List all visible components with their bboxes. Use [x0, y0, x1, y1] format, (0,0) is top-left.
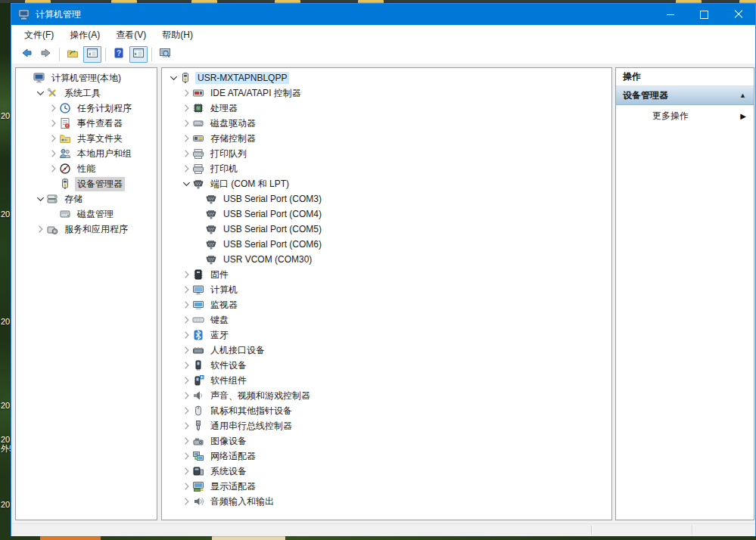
tree-item-label[interactable]: USR VCOM (COM30): [221, 253, 314, 265]
tree-item[interactable]: USB Serial Port (COM5): [162, 222, 611, 237]
chevron-down-icon[interactable]: [168, 72, 179, 84]
forward-button[interactable]: [37, 46, 55, 63]
tree-item-label[interactable]: 磁盘驱动器: [208, 116, 258, 131]
chevron-down-icon[interactable]: [35, 193, 46, 205]
chevron-right-icon[interactable]: [181, 102, 192, 114]
tree-item[interactable]: 服务和应用程序: [16, 222, 157, 237]
tree-item-label[interactable]: 性能: [75, 162, 98, 176]
tree-item-label[interactable]: USR-MXTAPNBLQPP: [195, 72, 289, 84]
tree-item-label[interactable]: 键盘: [208, 313, 231, 327]
tree-item[interactable]: 系统设备: [162, 464, 611, 479]
chevron-right-icon[interactable]: [181, 329, 192, 341]
close-button[interactable]: [721, 4, 755, 25]
chevron-right-icon[interactable]: [181, 389, 192, 402]
chevron-right-icon[interactable]: [181, 314, 192, 326]
chevron-right-icon[interactable]: [181, 405, 192, 417]
chevron-down-icon[interactable]: [181, 178, 192, 190]
chevron-right-icon[interactable]: [48, 163, 59, 175]
tree-item[interactable]: 本地用户和组: [16, 146, 157, 161]
tree-item[interactable]: 存储: [16, 191, 157, 206]
tree-item[interactable]: 显示适配器: [162, 479, 611, 494]
title-bar[interactable]: 计算机管理: [11, 4, 755, 25]
chevron-right-icon[interactable]: [48, 132, 59, 144]
tree-item-label[interactable]: 软件设备: [208, 358, 249, 373]
tree-item[interactable]: 端口 (COM 和 LPT): [162, 176, 611, 191]
tree-item[interactable]: 计算机: [162, 282, 611, 297]
tree-item-label[interactable]: 设备管理器: [75, 177, 125, 191]
tree-item-label[interactable]: 音频输入和输出: [208, 495, 276, 509]
tree-item-label[interactable]: 监视器: [208, 298, 240, 312]
tree-item-label[interactable]: 声音、视频和游戏控制器: [208, 389, 313, 403]
tree-item[interactable]: 图像设备: [162, 433, 611, 448]
console-tree-panel[interactable]: 计算机管理(本地)系统工具任务计划程序事件查看器共享文件夹本地用户和组性能设备管…: [15, 67, 157, 520]
chevron-right-icon[interactable]: [181, 268, 192, 281]
tree-item-label[interactable]: 服务和应用程序: [62, 222, 130, 237]
chevron-right-icon[interactable]: [181, 299, 192, 311]
chevron-right-icon[interactable]: [181, 495, 192, 507]
chevron-right-icon[interactable]: [181, 359, 192, 371]
tree-item-label[interactable]: USB Serial Port (COM4): [221, 208, 324, 220]
chevron-right-icon[interactable]: [181, 284, 192, 296]
tree-item[interactable]: 打印队列: [162, 146, 611, 161]
tree-item[interactable]: 网络适配器: [162, 448, 611, 464]
tree-item-label[interactable]: USB Serial Port (COM6): [221, 238, 324, 250]
chevron-right-icon[interactable]: [181, 117, 192, 129]
tree-item-label[interactable]: 人机接口设备: [208, 343, 267, 358]
tree-item[interactable]: 打印机: [162, 161, 611, 176]
console-tree-toggle-button[interactable]: [83, 46, 101, 63]
tree-item[interactable]: 处理器: [162, 101, 611, 116]
chevron-right-icon[interactable]: [48, 117, 59, 129]
device-tree-panel[interactable]: USR-MXTAPNBLQPPIDE ATA/ATAPI 控制器处理器磁盘驱动器…: [161, 67, 612, 520]
chevron-right-icon[interactable]: [48, 102, 59, 114]
tree-item[interactable]: 性能: [16, 161, 157, 176]
chevron-right-icon[interactable]: [181, 420, 192, 432]
tree-item-label[interactable]: 蓝牙: [208, 328, 231, 343]
tree-item-label[interactable]: 鼠标和其他指针设备: [208, 404, 294, 418]
help-button[interactable]: ?: [110, 46, 128, 63]
tree-item-label[interactable]: 任务计划程序: [75, 101, 134, 116]
chevron-right-icon[interactable]: [181, 132, 192, 144]
tree-item-label[interactable]: 磁盘管理: [75, 207, 116, 222]
tree-item-label[interactable]: 事件查看器: [75, 116, 125, 131]
tree-item-label[interactable]: 存储: [62, 192, 85, 206]
tree-item[interactable]: 软件组件: [162, 373, 611, 388]
chevron-right-icon[interactable]: [181, 344, 192, 356]
tree-item-label[interactable]: 处理器: [208, 101, 240, 116]
action-pane-toggle-button[interactable]: [129, 46, 148, 63]
tree-item[interactable]: USB Serial Port (COM6): [162, 237, 611, 252]
tree-item[interactable]: 设备管理器: [16, 176, 157, 191]
tree-item-label[interactable]: 网络适配器: [208, 449, 258, 464]
tree-item-label[interactable]: IDE ATA/ATAPI 控制器: [208, 86, 303, 101]
tree-item-label[interactable]: USB Serial Port (COM5): [221, 223, 324, 235]
tree-item[interactable]: 人机接口设备: [162, 343, 611, 358]
tree-item[interactable]: 鼠标和其他指针设备: [162, 403, 611, 418]
tree-item[interactable]: 蓝牙: [162, 327, 611, 343]
tree-item[interactable]: 键盘: [162, 312, 611, 327]
tree-item[interactable]: IDE ATA/ATAPI 控制器: [162, 85, 611, 101]
tree-item[interactable]: 磁盘驱动器: [162, 116, 611, 131]
tree-item[interactable]: 事件查看器: [16, 116, 157, 131]
tree-item[interactable]: 系统工具: [16, 85, 157, 101]
menu-item-view[interactable]: 查看(V): [109, 26, 153, 45]
chevron-right-icon[interactable]: [181, 465, 192, 477]
back-button[interactable]: [17, 46, 36, 63]
tree-item[interactable]: 磁盘管理: [16, 206, 157, 222]
tree-item[interactable]: 存储控制器: [162, 131, 611, 146]
tree-item[interactable]: 固件: [162, 267, 611, 282]
maximize-button[interactable]: [687, 4, 721, 25]
tree-item-label[interactable]: 本地用户和组: [75, 147, 134, 161]
tree-item-label[interactable]: 计算机: [208, 283, 240, 297]
tree-item-label[interactable]: 打印队列: [208, 147, 249, 161]
tree-item[interactable]: 软件设备: [162, 358, 611, 373]
tree-item-label[interactable]: 端口 (COM 和 LPT): [208, 177, 291, 191]
tree-item[interactable]: USR VCOM (COM30): [162, 252, 611, 267]
chevron-right-icon[interactable]: [48, 147, 59, 160]
chevron-right-icon[interactable]: [181, 450, 192, 462]
folder-up-button[interactable]: [64, 46, 82, 63]
more-actions-item[interactable]: 更多操作 ▶: [616, 105, 754, 126]
tree-item-label[interactable]: 固件: [208, 268, 231, 282]
tree-item-label[interactable]: 系统工具: [62, 86, 103, 101]
chevron-down-icon[interactable]: [35, 87, 46, 99]
chevron-right-icon[interactable]: [181, 480, 192, 492]
tree-item-label[interactable]: 共享文件夹: [75, 132, 125, 146]
